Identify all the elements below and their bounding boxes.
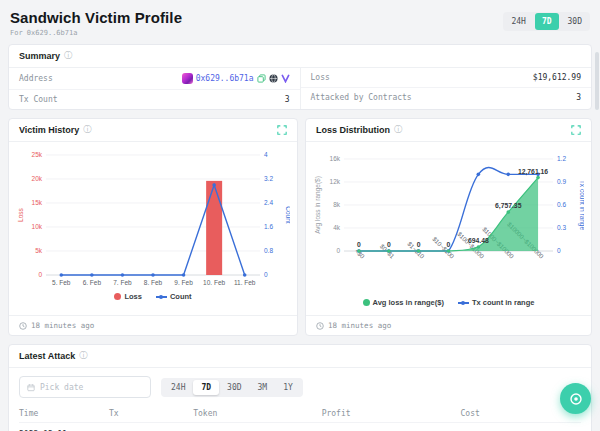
svg-text:10. Feb: 10. Feb xyxy=(203,279,225,286)
svg-text:15k: 15k xyxy=(32,199,43,206)
range-button-7d[interactable]: 7D xyxy=(193,380,219,395)
range-button-3m[interactable]: 3M xyxy=(250,380,276,395)
explorer-globe-icon[interactable] xyxy=(269,74,278,83)
latest-attack-title: Latest Attack xyxy=(19,351,75,361)
svg-text:0.3: 0.3 xyxy=(557,224,566,231)
info-icon[interactable]: ⓘ xyxy=(83,126,91,134)
svg-text:16k: 16k xyxy=(330,155,341,162)
victim-history-legend: LossCount xyxy=(114,292,191,301)
address-avatar xyxy=(182,73,193,84)
loss-distribution-legend: Avg loss in range($)Tx count in range xyxy=(363,298,535,307)
svg-text:$10~$100: $10~$100 xyxy=(431,235,456,260)
table-header-profit: Profit xyxy=(283,409,350,418)
table-header-token: Token xyxy=(193,409,283,418)
expand-icon[interactable] xyxy=(277,125,287,135)
svg-text:1.2: 1.2 xyxy=(557,155,566,162)
summary-row-attacked: Attacked by Contracts 3 xyxy=(301,87,592,107)
svg-text:6. Feb: 6. Feb xyxy=(83,279,102,286)
legend-item-avg-loss-in-range[interactable]: Avg loss in range($) xyxy=(363,298,444,307)
svg-text:5. Feb: 5. Feb xyxy=(52,279,71,286)
svg-text:0: 0 xyxy=(557,247,561,254)
svg-text:5k: 5k xyxy=(35,247,43,254)
attacked-by-contracts-value: 3 xyxy=(576,93,581,102)
table-header-time: Time xyxy=(19,409,109,418)
svg-text:0.8: 0.8 xyxy=(264,247,273,254)
support-button[interactable] xyxy=(560,383,591,414)
legend-marker xyxy=(363,299,370,306)
loss-value: $19,612.99 xyxy=(533,73,581,82)
summary-title: Summary xyxy=(19,51,60,61)
date-picker[interactable] xyxy=(19,376,151,398)
range-button-24h[interactable]: 24H xyxy=(163,380,193,395)
clock-icon xyxy=(19,322,27,330)
date-input[interactable] xyxy=(40,383,143,392)
latest-attack-table: TimeTxTokenProfitCost 2023-02-11 01:16:3… xyxy=(9,404,591,431)
table-header-tx: Tx xyxy=(109,409,193,418)
range-button-30d[interactable]: 30D xyxy=(561,13,589,30)
tx-count-label: Tx Count xyxy=(19,95,58,104)
table-header-cost: Cost xyxy=(351,409,480,418)
svg-text:4k: 4k xyxy=(333,224,341,231)
v-explorer-icon[interactable] xyxy=(281,74,290,83)
summary-card: Summary ⓘ Address 0x629..6b71a xyxy=(8,44,592,110)
svg-text:6,757.35: 6,757.35 xyxy=(495,202,522,210)
svg-text:Avg loss in range($): Avg loss in range($) xyxy=(314,176,322,234)
summary-row-loss: Loss $19,612.99 xyxy=(301,68,592,87)
svg-text:25k: 25k xyxy=(32,151,43,158)
svg-text:0: 0 xyxy=(387,241,391,248)
svg-text:0.6: 0.6 xyxy=(557,201,566,208)
address-label: Address xyxy=(19,74,53,83)
info-icon[interactable]: ⓘ xyxy=(64,52,72,60)
svg-text:0: 0 xyxy=(336,247,340,254)
svg-text:0: 0 xyxy=(417,241,421,248)
svg-text:Loss: Loss xyxy=(17,207,24,221)
svg-text:8. Feb: 8. Feb xyxy=(144,279,163,286)
loss-distribution-chart[interactable]: 004k0.38k0.612k0.916k1.2Avg loss in rang… xyxy=(313,145,584,297)
info-icon[interactable]: ⓘ xyxy=(79,352,87,360)
range-button-30d[interactable]: 30D xyxy=(219,380,249,395)
svg-text:10k: 10k xyxy=(32,223,43,230)
svg-text:694.48: 694.48 xyxy=(468,237,489,244)
svg-text:0: 0 xyxy=(447,241,451,248)
svg-text:0: 0 xyxy=(264,271,268,278)
page-subtitle: For 0x629..6b71a xyxy=(10,29,590,37)
legend-marker xyxy=(114,293,121,300)
calendar-icon xyxy=(27,383,35,392)
loss-distribution-card: Loss Distribution ⓘ 004k0.38k0.612k0.916… xyxy=(305,118,592,336)
svg-text:3.2: 3.2 xyxy=(264,175,273,182)
svg-text:20k: 20k xyxy=(32,175,43,182)
svg-text:0: 0 xyxy=(38,271,42,278)
svg-text:9. Feb: 9. Feb xyxy=(174,279,193,286)
range-button-24h[interactable]: 24H xyxy=(504,13,532,30)
range-button-1y[interactable]: 1Y xyxy=(275,380,301,395)
time-range-group: 24H7D30D xyxy=(503,12,590,31)
victim-history-card: Victim History ⓘ 005k0.810k1.615k2.420k3… xyxy=(8,118,298,336)
legend-item-tx-count-in-range[interactable]: Tx count in range xyxy=(458,298,535,307)
loss-distribution-title: Loss Distribution xyxy=(316,125,390,135)
loss-label: Loss xyxy=(311,73,330,82)
info-icon[interactable]: ⓘ xyxy=(394,126,402,134)
tx-count-value: 3 xyxy=(285,95,290,104)
svg-text:0: 0 xyxy=(357,241,361,248)
victim-history-chart[interactable]: 005k0.810k1.615k2.420k3.225k4LossCount5.… xyxy=(16,145,290,291)
attacked-by-contracts-label: Attacked by Contracts xyxy=(311,93,412,102)
svg-text:2.4: 2.4 xyxy=(264,199,273,206)
legend-item-count[interactable]: Count xyxy=(156,292,192,301)
svg-text:4: 4 xyxy=(264,151,268,158)
page-header: Sandwich Victim Profile For 0x629..6b71a… xyxy=(0,0,600,44)
scrollbar[interactable] xyxy=(595,52,599,110)
latest-attack-range-group: 24H7D30D3M1Y xyxy=(161,378,303,397)
legend-item-loss[interactable]: Loss xyxy=(114,292,142,301)
svg-text:Count: Count xyxy=(285,206,290,224)
summary-row-txcount: Tx Count 3 xyxy=(9,89,300,109)
legend-marker xyxy=(458,302,469,304)
svg-text:7. Feb: 7. Feb xyxy=(113,279,132,286)
copy-icon[interactable] xyxy=(257,74,266,83)
range-button-7d[interactable]: 7D xyxy=(535,13,559,30)
legend-marker xyxy=(156,296,167,298)
address-link[interactable]: 0x629..6b71a xyxy=(196,74,254,83)
latest-attack-card: Latest Attack ⓘ 24H7D30D3M1Y TimeTxToken… xyxy=(8,344,592,431)
support-icon xyxy=(569,392,583,406)
expand-icon[interactable] xyxy=(571,125,581,135)
svg-text:1.6: 1.6 xyxy=(264,223,273,230)
